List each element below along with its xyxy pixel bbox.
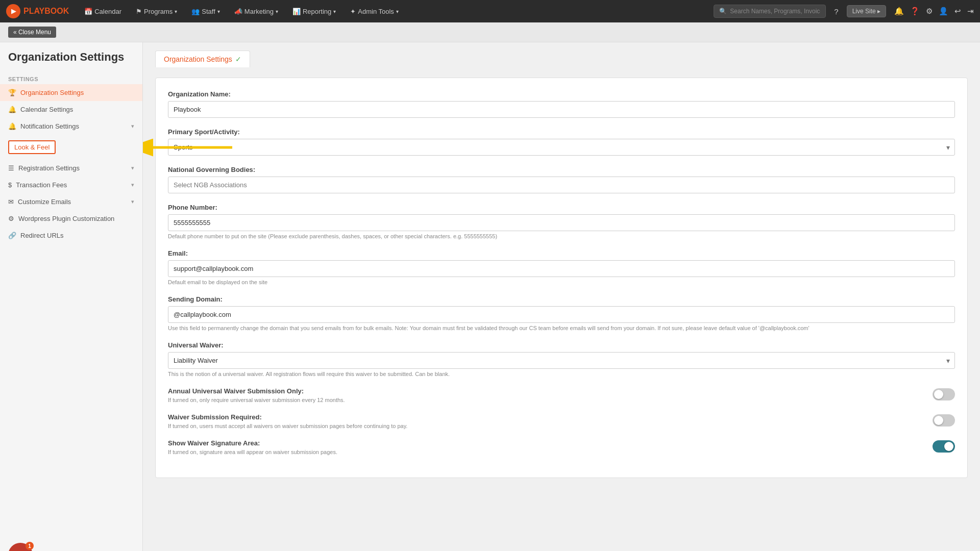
waiver-required-toggle-row: Waiver Submission Required: If turned on…: [168, 413, 955, 429]
logo-text: PLAYBOOK: [23, 7, 69, 16]
sidebar-item-registration-label: Registration Settings: [18, 164, 80, 172]
primary-sport-select[interactable]: Sports Swimming Basketball Soccer: [168, 139, 955, 156]
annual-waiver-toggle-row: Annual Universal Waiver Submission Only:…: [168, 387, 955, 403]
notification-bell-icon: 🔔: [8, 122, 16, 130]
waiver-required-desc: If turned on, users must accept all waiv…: [168, 423, 922, 429]
bell-icon: 🔔: [8, 106, 16, 113]
emails-arrow-icon: ▾: [131, 198, 134, 205]
annual-waiver-toggle[interactable]: [933, 388, 955, 400]
sending-domain-input[interactable]: [168, 306, 955, 323]
nav-item-calendar[interactable]: 📅 Calendar: [81, 6, 125, 17]
org-settings-tab[interactable]: Organization Settings ✓: [155, 51, 250, 67]
help-icon[interactable]: ?: [834, 7, 838, 16]
primary-sport-label: Primary Sport/Activity:: [168, 128, 955, 136]
waiver-signature-slider: [933, 440, 955, 453]
trophy-icon: 🏆: [8, 89, 16, 96]
content-area: Organization Settings SETTINGS 🏆 Organiz…: [0, 42, 980, 551]
phone-label: Phone Number:: [168, 204, 955, 211]
ngb-group: National Governing Bodies:: [168, 166, 955, 193]
tab-label: Organization Settings: [164, 55, 232, 63]
org-name-input[interactable]: [168, 101, 955, 118]
waiver-signature-info: Show Waiver Signature Area: If turned on…: [168, 439, 922, 455]
email-icon: ✉: [8, 198, 14, 206]
nav-item-programs[interactable]: ⚑ Programs ▾: [133, 6, 180, 17]
sidebar-item-wordpress[interactable]: ⚙ Wordpress Plugin Customization: [0, 210, 142, 227]
nav-icon-group: 🔔 ❓ ⚙ 👤 ↩ ⇥: [894, 7, 974, 16]
ngb-input[interactable]: [168, 177, 955, 193]
waiver-required-toggle[interactable]: [933, 414, 955, 427]
waiver-signature-toggle[interactable]: [933, 440, 955, 453]
sidebar-title: Organization Settings: [0, 51, 142, 72]
waiver-signature-toggle-row: Show Waiver Signature Area: If turned on…: [168, 439, 955, 455]
email-group: Email: Default email to be displayed on …: [168, 249, 955, 285]
sidebar-item-registration-settings[interactable]: ☰ Registration Settings ▾: [0, 160, 142, 177]
email-hint: Default email to be displayed on the sit…: [168, 279, 955, 285]
staff-arrow-icon: ▾: [217, 9, 220, 14]
sidebar-item-look-feel[interactable]: Look & Feel: [0, 135, 142, 160]
signout-icon[interactable]: ⇥: [967, 7, 974, 16]
page-wrapper: « Close Menu Organization Settings SETTI…: [0, 22, 980, 551]
sidebar-item-customize-emails[interactable]: ✉ Customize Emails ▾: [0, 193, 142, 210]
waiver-required-info: Waiver Submission Required: If turned on…: [168, 413, 922, 429]
admin-tools-arrow-icon: ▾: [396, 9, 399, 14]
phone-group: Phone Number: Default phone number to pu…: [168, 204, 955, 239]
notifications-icon[interactable]: 🔔: [894, 7, 904, 16]
sending-domain-group: Sending Domain: Use this field to perman…: [168, 295, 955, 331]
logo-icon: ▶: [6, 4, 20, 18]
sidebar-item-redirect-label: Redirect URLs: [20, 232, 64, 239]
sidebar-item-transaction-fees[interactable]: $ Transaction Fees ▾: [0, 177, 142, 193]
settings-gear-icon[interactable]: ⚙: [926, 7, 933, 16]
search-bar[interactable]: 🔍: [714, 5, 826, 18]
nav-item-admin-tools[interactable]: ✦ Admin Tools ▾: [347, 6, 402, 17]
sidebar-item-transaction-label: Transaction Fees: [16, 181, 67, 189]
sidebar-item-org-settings[interactable]: 🏆 Organization Settings: [0, 84, 142, 101]
marketing-icon: 📣: [234, 8, 242, 15]
transaction-arrow-icon: ▾: [131, 182, 134, 188]
org-name-label: Organization Name:: [168, 90, 955, 98]
settings-section-label: SETTINGS: [0, 72, 142, 84]
email-label: Email:: [168, 249, 955, 257]
history-icon[interactable]: ↩: [954, 7, 961, 16]
search-icon: 🔍: [719, 8, 727, 15]
org-name-group: Organization Name:: [168, 90, 955, 118]
marketing-arrow-icon: ▾: [276, 9, 278, 14]
sidebar-item-calendar-label: Calendar Settings: [20, 106, 73, 113]
sidebar-item-redirect-urls[interactable]: 🔗 Redirect URLs: [0, 227, 142, 244]
close-menu-button[interactable]: « Close Menu: [8, 27, 56, 38]
tab-check-icon: ✓: [235, 55, 241, 63]
main-content: Organization Settings ✓ Organization Nam…: [143, 42, 980, 551]
search-input[interactable]: [730, 8, 820, 15]
phone-input[interactable]: [168, 214, 955, 231]
programs-arrow-icon: ▾: [175, 9, 177, 14]
registration-icon: ☰: [8, 164, 14, 172]
calendar-icon: 📅: [84, 8, 92, 15]
sidebar: Organization Settings SETTINGS 🏆 Organiz…: [0, 42, 143, 551]
logo[interactable]: ▶ PLAYBOOK: [6, 4, 69, 18]
annual-waiver-desc: If turned on, only require universal wai…: [168, 397, 922, 403]
close-menu-bar: « Close Menu: [0, 22, 980, 42]
notification-arrow-icon: ▾: [131, 123, 134, 130]
look-feel-button[interactable]: Look & Feel: [8, 140, 56, 154]
admin-tools-icon: ✦: [350, 8, 356, 15]
user-profile-icon[interactable]: 👤: [939, 7, 948, 16]
sidebar-item-org-settings-label: Organization Settings: [20, 89, 84, 96]
live-site-button[interactable]: Live Site ▸: [847, 5, 886, 17]
universal-waiver-select[interactable]: Liability Waiver None: [168, 352, 955, 369]
sidebar-item-notification-settings[interactable]: 🔔 Notification Settings ▾: [0, 118, 142, 135]
wordpress-icon: ⚙: [8, 215, 14, 222]
email-input[interactable]: [168, 260, 955, 277]
primary-sport-select-wrapper: Sports Swimming Basketball Soccer: [168, 139, 955, 156]
sending-domain-label: Sending Domain:: [168, 295, 955, 303]
nav-item-marketing[interactable]: 📣 Marketing ▾: [231, 6, 281, 17]
nav-item-reporting[interactable]: 📊 Reporting ▾: [289, 6, 339, 17]
registration-arrow-icon: ▾: [131, 165, 134, 171]
dollar-icon: $: [8, 181, 12, 189]
question-icon[interactable]: ❓: [910, 7, 920, 16]
sidebar-item-notification-label: Notification Settings: [20, 122, 79, 130]
sending-domain-hint: Use this field to permanently change the…: [168, 325, 955, 331]
staff-icon: 👥: [191, 8, 200, 15]
sidebar-item-calendar-settings[interactable]: 🔔 Calendar Settings: [0, 101, 142, 118]
top-navigation: ▶ PLAYBOOK 📅 Calendar ⚑ Programs ▾ 👥 Sta…: [0, 0, 980, 22]
nav-item-staff[interactable]: 👥 Staff ▾: [188, 6, 223, 17]
ngb-label: National Governing Bodies:: [168, 166, 955, 173]
